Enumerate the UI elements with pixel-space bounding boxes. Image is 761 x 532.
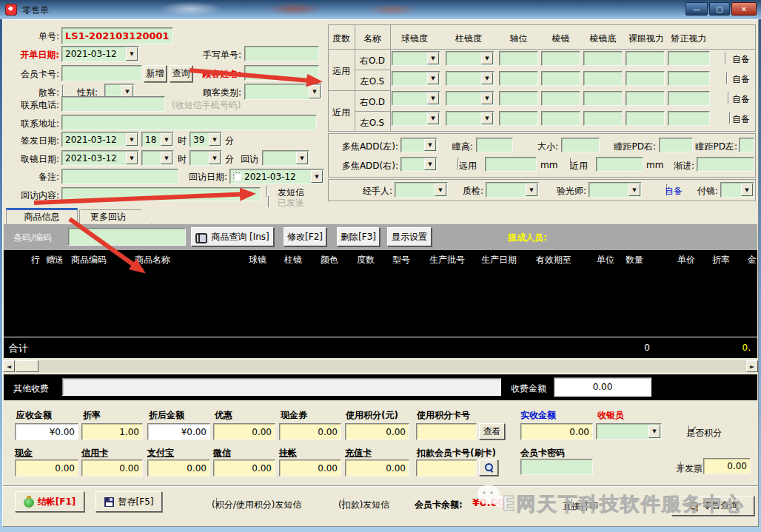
discounted-field[interactable]: ¥0.00 — [147, 423, 210, 440]
chevron-down-icon[interactable]: ▼ — [296, 152, 308, 164]
received-field[interactable]: 0.00 — [520, 423, 593, 440]
order-date-select[interactable]: 2021-03-12▼ — [61, 46, 139, 62]
chevron-down-icon[interactable]: ▼ — [526, 183, 537, 196]
rx-axis-input[interactable] — [499, 91, 538, 106]
fee-amount-field[interactable]: 0.00 — [554, 377, 651, 397]
chevron-down-icon[interactable]: ▼ — [161, 152, 172, 164]
rx-prism-base-input[interactable] — [583, 71, 623, 86]
chevron-down-icon[interactable]: ▼ — [424, 158, 436, 170]
col-model[interactable]: 型号 — [392, 250, 410, 269]
chevron-down-icon[interactable]: ▼ — [648, 425, 660, 438]
wechat-field[interactable]: 0.00 — [213, 459, 275, 477]
display-settings-button[interactable]: 显示设置 — [387, 227, 432, 246]
col-unit[interactable]: 单位 — [597, 250, 614, 269]
sms-sent-checkbox[interactable] — [268, 196, 269, 208]
revisit-date-select[interactable]: 2021-03-12 ▼ — [229, 169, 324, 184]
rx-self-checkbox[interactable] — [725, 53, 726, 64]
handwritten-no-input[interactable] — [244, 46, 319, 61]
chevron-down-icon[interactable]: ▼ — [209, 152, 221, 164]
credit-field[interactable]: 0.00 — [81, 459, 143, 477]
receivable-field[interactable]: ¥0.00 — [15, 423, 78, 440]
issue-minute-select[interactable]: 39▼ — [190, 132, 222, 147]
chevron-down-icon[interactable]: ▼ — [424, 139, 436, 151]
col-qty[interactable]: 数量 — [626, 250, 643, 269]
pickup-hour-select[interactable]: ▼ — [141, 150, 174, 166]
rx-self-checkbox[interactable] — [726, 73, 728, 84]
qc-select[interactable]: ▼ — [486, 182, 539, 198]
progressive-input[interactable] — [697, 157, 754, 172]
rx-cylinder-select[interactable]: ▼ — [446, 111, 495, 126]
cashier-select[interactable]: ▼ — [596, 423, 662, 440]
chevron-down-icon[interactable]: ▼ — [427, 112, 439, 124]
delete-button[interactable]: 删除[F3] — [337, 227, 380, 246]
rx-sphere-select[interactable]: ▼ — [392, 91, 440, 106]
rx-prism-base-input[interactable] — [583, 91, 623, 106]
invoice-amount-field[interactable]: 0.00 — [703, 458, 751, 474]
view-button[interactable]: 查看 — [479, 423, 505, 440]
chevron-down-icon[interactable]: ▼ — [435, 183, 446, 196]
rx-naked-input[interactable] — [626, 91, 665, 106]
chevron-down-icon[interactable]: ▼ — [481, 73, 493, 84]
rx-sphere-select[interactable]: ▼ — [392, 111, 440, 126]
member-card-input[interactable] — [61, 65, 142, 81]
scrollbar-thumb[interactable] — [16, 360, 38, 372]
coupon-field[interactable]: 0.00 — [213, 423, 275, 440]
chevron-down-icon[interactable]: ▼ — [309, 85, 321, 98]
scroll-right-icon[interactable]: ► — [746, 360, 758, 372]
pickup-date-select[interactable]: 2021-03-12▼ — [61, 150, 139, 166]
add-right-select[interactable]: ▼ — [400, 157, 438, 172]
issue-hour-select[interactable]: 18▼ — [141, 132, 174, 147]
remark-input[interactable] — [61, 169, 178, 184]
hold-button[interactable]: 暂存[F5] — [95, 491, 162, 512]
revisit-date-checkbox[interactable] — [233, 172, 241, 181]
phone-input[interactable] — [61, 96, 165, 112]
rx-cylinder-select[interactable]: ▼ — [446, 51, 495, 66]
col-product-code[interactable]: 商品编码 — [71, 250, 107, 269]
pd-left-input[interactable] — [739, 138, 754, 152]
col-discount[interactable]: 折率 — [712, 250, 730, 269]
rx-naked-input[interactable] — [626, 71, 665, 86]
barcode-input[interactable] — [68, 228, 186, 246]
rx-prism-input[interactable] — [541, 111, 580, 126]
rx-naked-input[interactable] — [626, 51, 665, 66]
add-left-select[interactable]: ▼ — [400, 138, 438, 152]
walkin-checkbox[interactable] — [62, 85, 64, 97]
rx-prism-input[interactable] — [541, 71, 580, 86]
tab-more-revisit[interactable]: 更多回访 — [79, 209, 152, 224]
card-password-field[interactable] — [520, 459, 593, 475]
col-color[interactable]: 颜色 — [321, 250, 338, 269]
col-price[interactable]: 单价 — [677, 250, 695, 269]
pickup-minute-select[interactable]: ▼ — [190, 150, 222, 166]
chevron-down-icon[interactable]: ▼ — [628, 183, 640, 196]
revisit-select[interactable]: ▼ — [262, 150, 309, 166]
rx-axis-input[interactable] — [499, 111, 538, 126]
col-cylinder[interactable]: 柱镜 — [284, 250, 302, 269]
order-no-field[interactable]: LS1-202103120001 — [61, 27, 173, 44]
maximize-button[interactable]: ▢ — [709, 2, 730, 16]
col-degree[interactable]: 度数 — [357, 250, 375, 269]
rx-cylinder-select[interactable]: ▼ — [446, 91, 495, 106]
rx-naked-input[interactable] — [626, 111, 665, 126]
optometrist-select[interactable]: ▼ — [589, 182, 642, 198]
onaccount-field[interactable]: 0.00 — [279, 459, 341, 477]
rx-prism-input[interactable] — [541, 51, 580, 66]
chevron-down-icon[interactable]: ▼ — [427, 73, 439, 84]
cash-voucher-field[interactable]: 0.00 — [279, 423, 341, 440]
rx-self-checkbox[interactable] — [729, 112, 731, 124]
col-prod-date[interactable]: 生产日期 — [481, 250, 517, 269]
chevron-down-icon[interactable]: ▼ — [481, 53, 493, 64]
rx-prism-base-input[interactable] — [583, 111, 623, 126]
card-search-button[interactable] — [479, 459, 498, 476]
scroll-left-icon[interactable]: ◄ — [3, 360, 15, 372]
issue-date-select[interactable]: 2021-03-12▼ — [61, 132, 139, 147]
chevron-down-icon[interactable]: ▼ — [209, 133, 221, 146]
pupil-height-input[interactable] — [476, 138, 513, 152]
col-expiry[interactable]: 有效期至 — [536, 250, 571, 269]
rx-corrected-input[interactable] — [668, 71, 710, 86]
col-gift[interactable]: 赠送 — [46, 250, 64, 269]
address-input[interactable] — [61, 115, 317, 130]
col-row[interactable]: 行 — [31, 250, 40, 269]
col-sphere[interactable]: 球镜 — [249, 250, 266, 269]
size-input[interactable] — [561, 138, 600, 152]
chevron-down-icon[interactable]: ▼ — [741, 183, 753, 196]
